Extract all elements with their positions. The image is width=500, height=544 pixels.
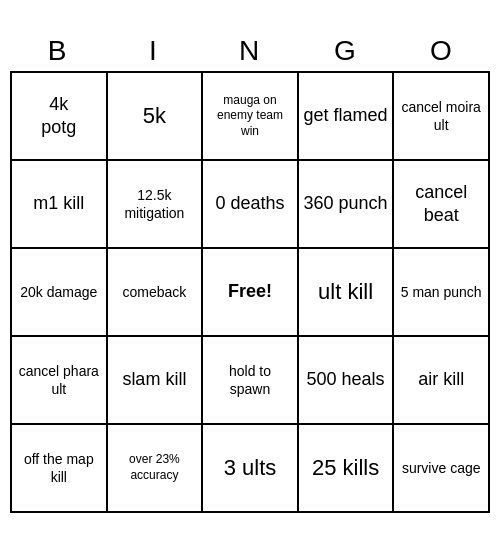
bingo-cell: hold to spawn: [203, 337, 299, 425]
cell-text: 5 man punch: [401, 283, 482, 301]
cell-text: Free!: [228, 280, 272, 303]
bingo-cell: 25 kills: [299, 425, 395, 513]
cell-text: cancel moira ult: [398, 98, 484, 134]
header-letter: N: [202, 31, 298, 71]
cell-text: comeback: [122, 283, 186, 301]
bingo-cell: Free!: [203, 249, 299, 337]
header-letter: O: [394, 31, 490, 71]
cell-text: air kill: [418, 368, 464, 391]
cell-text: 0 deaths: [215, 192, 284, 215]
bingo-cell: over 23% accuracy: [108, 425, 204, 513]
bingo-cell: air kill: [394, 337, 490, 425]
cell-text: off the map kill: [16, 450, 102, 486]
cell-text: 20k damage: [20, 283, 97, 301]
cell-text: slam kill: [122, 368, 186, 391]
bingo-cell: 5 man punch: [394, 249, 490, 337]
cell-text: ult kill: [318, 278, 373, 307]
bingo-cell: m1 kill: [12, 161, 108, 249]
bingo-cell: 12.5k mitigation: [108, 161, 204, 249]
bingo-cell: 500 heals: [299, 337, 395, 425]
bingo-cell: survive cage: [394, 425, 490, 513]
bingo-grid: 4k potg5kmauga on enemy team winget flam…: [10, 71, 490, 513]
cell-text: 4k potg: [41, 93, 76, 140]
bingo-cell: mauga on enemy team win: [203, 73, 299, 161]
bingo-cell: ult kill: [299, 249, 395, 337]
bingo-cell: off the map kill: [12, 425, 108, 513]
cell-text: 12.5k mitigation: [112, 186, 198, 222]
bingo-cell: comeback: [108, 249, 204, 337]
bingo-cell: 5k: [108, 73, 204, 161]
bingo-cell: 20k damage: [12, 249, 108, 337]
bingo-cell: cancel phara ult: [12, 337, 108, 425]
cell-text: cancel phara ult: [16, 362, 102, 398]
bingo-cell: 4k potg: [12, 73, 108, 161]
cell-text: hold to spawn: [207, 362, 293, 398]
cell-text: m1 kill: [33, 192, 84, 215]
bingo-card: BINGO 4k potg5kmauga on enemy team winge…: [10, 31, 490, 513]
cell-text: 5k: [143, 102, 166, 131]
cell-text: get flamed: [304, 104, 388, 127]
bingo-cell: slam kill: [108, 337, 204, 425]
header-letter: G: [298, 31, 394, 71]
bingo-cell: 360 punch: [299, 161, 395, 249]
bingo-header: BINGO: [10, 31, 490, 71]
cell-text: 25 kills: [312, 454, 379, 483]
bingo-cell: cancel beat: [394, 161, 490, 249]
cell-text: cancel beat: [398, 181, 484, 228]
cell-text: 3 ults: [224, 454, 277, 483]
cell-text: survive cage: [402, 459, 481, 477]
bingo-cell: get flamed: [299, 73, 395, 161]
bingo-cell: 3 ults: [203, 425, 299, 513]
cell-text: over 23% accuracy: [112, 452, 198, 483]
cell-text: 500 heals: [307, 368, 385, 391]
bingo-cell: cancel moira ult: [394, 73, 490, 161]
cell-text: 360 punch: [304, 192, 388, 215]
cell-text: mauga on enemy team win: [207, 93, 293, 140]
bingo-cell: 0 deaths: [203, 161, 299, 249]
header-letter: B: [10, 31, 106, 71]
header-letter: I: [106, 31, 202, 71]
